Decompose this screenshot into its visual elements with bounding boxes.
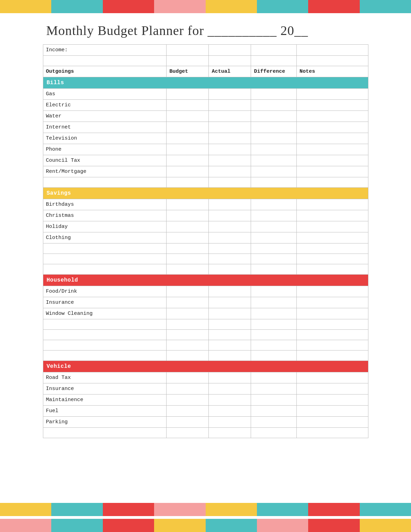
table-row: Insurance: [43, 383, 368, 394]
vehicle-parking: Parking: [43, 417, 167, 428]
vehicle-maintainence: Maintainence: [43, 394, 167, 406]
household-food-drink: Food/Drink: [43, 286, 167, 297]
bot1-block-1: [0, 503, 51, 516]
income-actual: [209, 45, 251, 56]
top-color-bar: [0, 0, 411, 13]
table-row: Parking: [43, 417, 368, 428]
savings-clothing: Clothing: [43, 232, 167, 243]
table-row: Clothing: [43, 232, 368, 243]
empty-row-savings-1: [43, 243, 368, 254]
empty-row-savings-2: [43, 254, 368, 264]
table-row: Birthdays: [43, 199, 368, 210]
bills-council-tax: Council Tax: [43, 155, 167, 166]
household-label: Household: [43, 275, 368, 286]
top-block-5: [206, 0, 257, 13]
bot2-block-7: [308, 519, 359, 532]
section-savings-header: Savings: [43, 188, 368, 199]
table-row: Internet: [43, 122, 368, 133]
table-row: Television: [43, 133, 368, 144]
header-outgoings: Outgoings: [43, 66, 167, 77]
bottom-bar-1: [0, 503, 411, 516]
bot2-block-2: [51, 519, 102, 532]
empty-row-household-2: [43, 330, 368, 340]
table-row: Holiday: [43, 221, 368, 232]
table-row: Window Cleaning: [43, 308, 368, 319]
household-insurance: Insurance: [43, 297, 167, 308]
income-row: Income:: [43, 45, 368, 56]
empty-row-household-3: [43, 340, 368, 351]
empty-row-bills: [43, 177, 368, 188]
empty-row-vehicle: [43, 428, 368, 438]
bot1-block-4: [154, 503, 205, 516]
top-block-3: [103, 0, 154, 13]
top-block-6: [257, 0, 308, 13]
top-block-1: [0, 0, 51, 13]
bottom-bar-2: [0, 519, 411, 532]
bot1-block-3: [103, 503, 154, 516]
table-row: Food/Drink: [43, 286, 368, 297]
bills-internet: Internet: [43, 122, 167, 133]
bot1-block-2: [51, 503, 102, 516]
table-row: Rent/Mortgage: [43, 166, 368, 177]
household-window-cleaning: Window Cleaning: [43, 308, 167, 319]
bot2-block-4: [154, 519, 205, 532]
table-row: Council Tax: [43, 155, 368, 166]
top-block-2: [51, 0, 102, 13]
bills-rent-mortgage: Rent/Mortgage: [43, 166, 167, 177]
empty-row-1: [43, 56, 368, 66]
top-block-7: [308, 0, 359, 13]
column-headers: Outgoings Budget Actual Difference Notes: [43, 66, 368, 77]
income-budget: [167, 45, 209, 56]
empty-row-household-4: [43, 351, 368, 361]
top-block-4: [154, 0, 205, 13]
table-row: Insurance: [43, 297, 368, 308]
bills-phone: Phone: [43, 144, 167, 155]
bot1-block-8: [360, 503, 411, 516]
bot2-block-6: [257, 519, 308, 532]
header-notes: Notes: [296, 66, 368, 77]
section-bills-header: Bills: [43, 77, 368, 89]
header-actual: Actual: [209, 66, 251, 77]
table-row: Christmas: [43, 210, 368, 221]
header-difference: Difference: [251, 66, 296, 77]
vehicle-fuel: Fuel: [43, 406, 167, 417]
income-label: Income:: [43, 45, 167, 56]
savings-label: Savings: [43, 188, 368, 199]
bills-water: Water: [43, 111, 167, 122]
table-row: Water: [43, 111, 368, 122]
bot1-block-7: [308, 503, 359, 516]
vehicle-insurance: Insurance: [43, 383, 167, 394]
page-title: Monthly Budget Planner for __________ 20…: [46, 23, 368, 38]
empty-row-savings-3: [43, 264, 368, 275]
section-vehicle-header: Vehicle: [43, 361, 368, 372]
income-notes: [296, 45, 368, 56]
table-row: Phone: [43, 144, 368, 155]
section-household-header: Household: [43, 275, 368, 286]
bot2-block-3: [103, 519, 154, 532]
savings-holiday: Holiday: [43, 221, 167, 232]
bot1-block-5: [206, 503, 257, 516]
savings-birthdays: Birthdays: [43, 199, 167, 210]
bot1-block-6: [257, 503, 308, 516]
top-block-8: [360, 0, 411, 13]
bot2-block-8: [360, 519, 411, 532]
table-row: Electric: [43, 100, 368, 111]
bills-label: Bills: [43, 77, 368, 89]
table-row: Fuel: [43, 406, 368, 417]
bills-electric: Electric: [43, 100, 167, 111]
bot2-block-1: [0, 519, 51, 532]
table-row: Maintainence: [43, 394, 368, 406]
income-diff: [251, 45, 296, 56]
header-budget: Budget: [167, 66, 209, 77]
vehicle-road-tax: Road Tax: [43, 372, 167, 383]
savings-christmas: Christmas: [43, 210, 167, 221]
vehicle-label: Vehicle: [43, 361, 368, 372]
table-row: Road Tax: [43, 372, 368, 383]
table-row: Gas: [43, 89, 368, 100]
empty-row-household-1: [43, 319, 368, 330]
bot2-block-5: [206, 519, 257, 532]
page-content: Monthly Budget Planner for __________ 20…: [43, 13, 368, 503]
bills-television: Television: [43, 133, 167, 144]
budget-table: Income: Outgoings Budget Actual Differen…: [43, 44, 368, 438]
bills-gas: Gas: [43, 89, 167, 100]
